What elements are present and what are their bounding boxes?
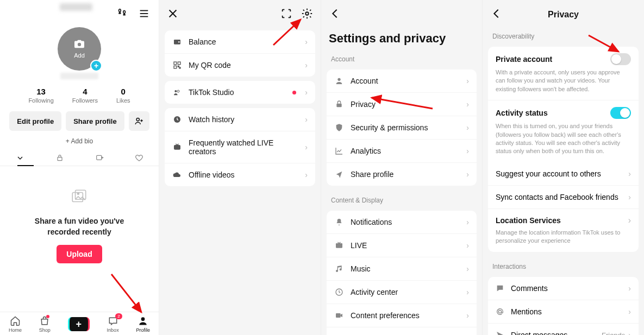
svg-rect-17: [178, 41, 180, 42]
username-blur: [60, 3, 92, 11]
gear-icon[interactable]: [301, 8, 313, 22]
stat-followers[interactable]: 4Followers: [72, 87, 98, 104]
svg-rect-26: [174, 145, 180, 150]
svg-rect-22: [179, 67, 180, 68]
tab-bookmark[interactable]: [89, 154, 110, 162]
svg-point-4: [136, 118, 139, 121]
nav-profile[interactable]: Profile: [136, 315, 151, 333]
music-icon: [334, 264, 344, 273]
edit-profile-button[interactable]: Edit profile: [9, 111, 61, 131]
nav-home[interactable]: Home: [9, 315, 22, 333]
row-live-creators[interactable]: Frequently watched LIVE creators›: [165, 131, 315, 163]
row-privacy[interactable]: Privacy›: [327, 93, 477, 116]
svg-rect-19: [178, 62, 180, 65]
nav-inbox[interactable]: 2Inbox: [107, 315, 119, 333]
row-studio[interactable]: TikTok Studio›: [165, 81, 315, 104]
cloud-icon: [172, 170, 182, 179]
activity-icon: [334, 288, 344, 296]
menu-sheet: Balance› My QR code› TikTok Studio› Watc…: [159, 0, 321, 335]
svg-rect-18: [174, 62, 177, 65]
page-title: Privacy: [502, 10, 624, 20]
svg-rect-31: [336, 313, 341, 318]
share-profile-button[interactable]: Share profile: [66, 111, 124, 131]
row-music[interactable]: Music›: [327, 257, 477, 281]
row-suggest[interactable]: Suggest your account to others›: [488, 162, 639, 186]
handle-blur: [60, 73, 98, 79]
qr-icon: [172, 61, 182, 69]
tab-heart[interactable]: [128, 154, 150, 162]
add-friends-button[interactable]: [129, 111, 149, 131]
private-account-toggle[interactable]: [610, 53, 631, 65]
add-bio-button[interactable]: + Add bio: [0, 137, 159, 145]
row-watch-history[interactable]: Watch history›: [165, 108, 315, 131]
wallet-icon: [172, 37, 182, 46]
row-mentions[interactable]: Mentions›: [488, 300, 639, 324]
close-icon[interactable]: [167, 8, 179, 22]
stat-following[interactable]: 13Following: [28, 87, 53, 104]
activity-status-label: Activity status: [496, 109, 548, 117]
row-activity[interactable]: Activity center›: [327, 281, 477, 304]
live-icon: [172, 143, 182, 151]
svg-rect-29: [336, 243, 342, 248]
nav-create[interactable]: +: [68, 317, 90, 331]
row-ads[interactable]: Ads›: [327, 327, 477, 335]
row-dm[interactable]: Direct messagesFriends›: [488, 324, 639, 335]
row-comments[interactable]: Comments›: [488, 277, 639, 300]
upload-button[interactable]: Upload: [57, 245, 102, 263]
back-icon[interactable]: [329, 8, 341, 22]
chart-icon: [334, 147, 344, 155]
section-account: Account: [321, 49, 482, 65]
tv-icon: [334, 241, 344, 250]
section-discoverability: Discoverability: [483, 26, 644, 42]
row-security[interactable]: Security & permissions›: [327, 116, 477, 140]
avatar-add[interactable]: Add +: [58, 27, 101, 71]
photos-icon: [70, 188, 89, 208]
svg-point-12: [141, 317, 145, 321]
row-account[interactable]: Account›: [327, 69, 477, 93]
at-icon: [496, 307, 505, 316]
svg-point-24: [177, 90, 179, 92]
svg-point-3: [78, 43, 81, 46]
avatar-plus-icon[interactable]: +: [90, 60, 102, 72]
profile-tabs: [0, 154, 159, 166]
svg-point-23: [174, 90, 177, 92]
share-icon: [334, 170, 344, 179]
row-qr[interactable]: My QR code›: [165, 54, 315, 77]
row-share-profile[interactable]: Share profile›: [327, 163, 477, 186]
private-account-desc: With a private account, only users you a…: [496, 68, 631, 93]
activity-status-toggle[interactable]: [610, 107, 631, 119]
row-analytics[interactable]: Analytics›: [327, 140, 477, 163]
svg-point-11: [77, 193, 79, 194]
tab-locked[interactable]: [49, 154, 71, 162]
row-location[interactable]: Location Services› Manage the location i…: [488, 209, 639, 252]
svg-rect-21: [178, 66, 179, 67]
row-balance[interactable]: Balance›: [165, 30, 315, 54]
comment-icon: [496, 284, 505, 293]
row-live[interactable]: LIVE›: [327, 234, 477, 257]
page-title: Settings and privacy: [321, 26, 482, 49]
row-offline[interactable]: Offline videos›: [165, 163, 315, 186]
private-account-label: Private account: [496, 55, 552, 64]
avatar-add-label: Add: [74, 52, 85, 59]
video-icon: [334, 311, 344, 320]
empty-text: Share a fun video you've recorded recent…: [35, 216, 124, 237]
svg-rect-8: [96, 155, 101, 160]
shield-icon: [334, 123, 344, 132]
stat-likes[interactable]: 0Likes: [116, 87, 130, 104]
person-icon: [334, 77, 344, 85]
row-content-pref[interactable]: Content preferences›: [327, 304, 477, 327]
row-sync[interactable]: Sync contacts and Facebook friends›: [488, 186, 639, 209]
menu-icon[interactable]: [138, 8, 150, 22]
camera-icon: [73, 39, 85, 51]
profile-screen: Add + 13Following 4Followers 0Likes Edit…: [0, 0, 159, 335]
svg-point-15: [305, 12, 309, 15]
back-icon[interactable]: [490, 8, 502, 22]
tab-grid[interactable]: [9, 154, 31, 162]
bell-icon: [334, 218, 344, 226]
nav-shop[interactable]: Shop: [39, 315, 51, 333]
scan-icon[interactable]: [280, 8, 292, 22]
stats-row: 13Following 4Followers 0Likes: [0, 87, 159, 104]
footprints-icon[interactable]: [116, 8, 128, 22]
svg-rect-7: [58, 157, 62, 161]
row-notifications[interactable]: Notifications›: [327, 211, 477, 234]
